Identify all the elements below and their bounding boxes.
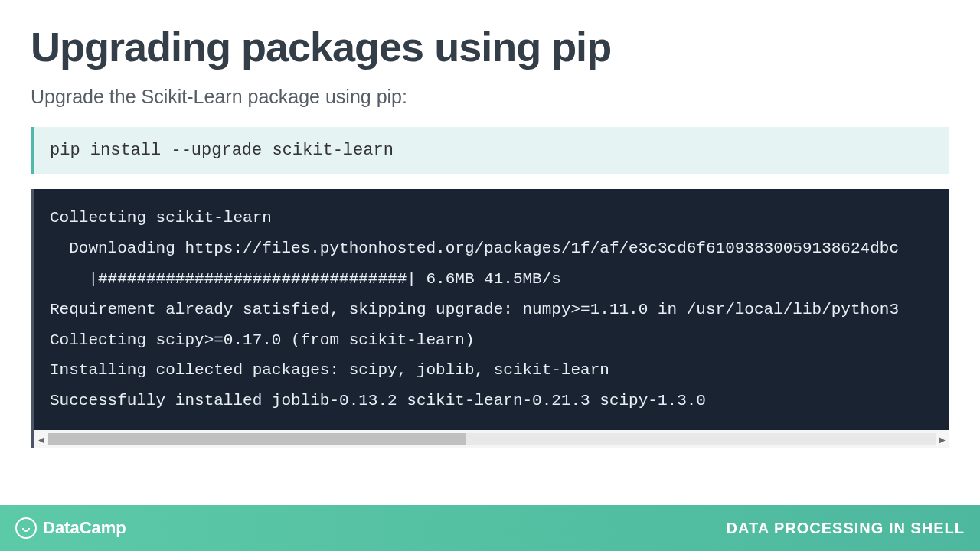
- output-block: Collecting scikit-learn Downloading http…: [34, 189, 949, 430]
- page-title: Upgrading packages using pip: [31, 23, 949, 70]
- command-block: pip install --upgrade scikit-learn: [31, 127, 949, 174]
- scroll-left-arrow[interactable]: ◀: [34, 430, 48, 448]
- footer-brand: DataCamp: [15, 517, 126, 539]
- course-name: DATA PROCESSING IN SHELL: [727, 520, 965, 537]
- brand-name: DataCamp: [43, 518, 126, 538]
- page-subtitle: Upgrade the Scikit-Learn package using p…: [31, 86, 949, 108]
- command-text: pip install --upgrade scikit-learn: [50, 141, 394, 160]
- scroll-right-arrow[interactable]: ▶: [936, 430, 949, 448]
- datacamp-logo-icon: [15, 517, 37, 539]
- footer: DataCamp DATA PROCESSING IN SHELL: [0, 505, 980, 551]
- scroll-thumb[interactable]: [48, 433, 466, 445]
- output-container: Collecting scikit-learn Downloading http…: [31, 189, 949, 448]
- scroll-track[interactable]: [48, 433, 936, 445]
- horizontal-scrollbar[interactable]: ◀ ▶: [34, 430, 949, 448]
